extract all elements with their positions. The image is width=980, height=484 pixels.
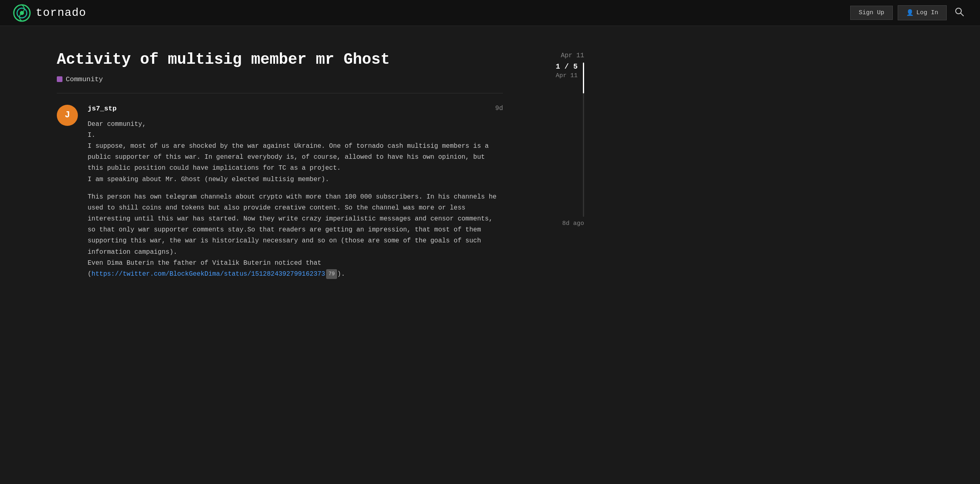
timeline-progress: 1 / 5 Apr 11 [519, 63, 584, 217]
site-header: tornado Sign Up 👤 Log In [0, 0, 980, 26]
logo-area: tornado [13, 4, 86, 22]
post-author[interactable]: js7_stp [88, 105, 116, 112]
timeline-bar-fill [583, 63, 584, 93]
timeline-bar-background [583, 63, 584, 217]
avatar: J [57, 105, 78, 126]
logo-text: tornado [36, 6, 86, 19]
content-area: Activity of multisig member mr Ghost Com… [57, 50, 503, 286]
timeline-date-bottom: 8d ago [562, 220, 584, 227]
search-icon [955, 7, 964, 16]
link-reply-count: 79 [326, 269, 337, 279]
user-icon: 👤 [906, 9, 914, 17]
post-title: Activity of multisig member mr Ghost [57, 50, 503, 69]
timeline-sidebar: Apr 11 1 / 5 Apr 11 8d ago [519, 50, 584, 286]
login-button[interactable]: 👤 Log In [898, 5, 947, 20]
twitter-link[interactable]: https://twitter.com/BlockGeekDima/status… [92, 270, 325, 278]
header-actions: Sign Up 👤 Log In [850, 5, 967, 20]
post-content: Dear community,I.I suppose, most of us a… [88, 119, 503, 280]
post-paragraph-1: Dear community,I.I suppose, most of us a… [88, 119, 503, 185]
timeline-label: 1 / 5 Apr 11 [556, 63, 578, 79]
section-divider [57, 93, 503, 93]
post-body: js7_stp 9d Dear community,I.I suppose, m… [88, 105, 503, 287]
svg-line-4 [961, 13, 964, 16]
post-header: js7_stp 9d [88, 105, 503, 112]
timeline-pages: 1 / 5 [556, 63, 578, 71]
timeline-bar[interactable] [582, 63, 584, 217]
post-paragraph-2: This person has own telegram channels ab… [88, 192, 503, 280]
tornado-logo-icon [13, 4, 31, 22]
main-container: Activity of multisig member mr Ghost Com… [0, 26, 980, 311]
timeline-container: Apr 11 1 / 5 Apr 11 8d ago [519, 52, 584, 227]
post-time: 9d [495, 105, 503, 112]
category-label: Community [66, 76, 103, 83]
signup-button[interactable]: Sign Up [850, 6, 893, 20]
category-color-dot [57, 76, 62, 82]
timeline-date-top: Apr 11 [561, 52, 584, 59]
category-badge[interactable]: Community [57, 76, 103, 83]
timeline-date-mid: Apr 11 [556, 72, 578, 79]
search-button[interactable] [952, 6, 967, 20]
post-container: J js7_stp 9d Dear community,I.I suppose,… [57, 105, 503, 287]
